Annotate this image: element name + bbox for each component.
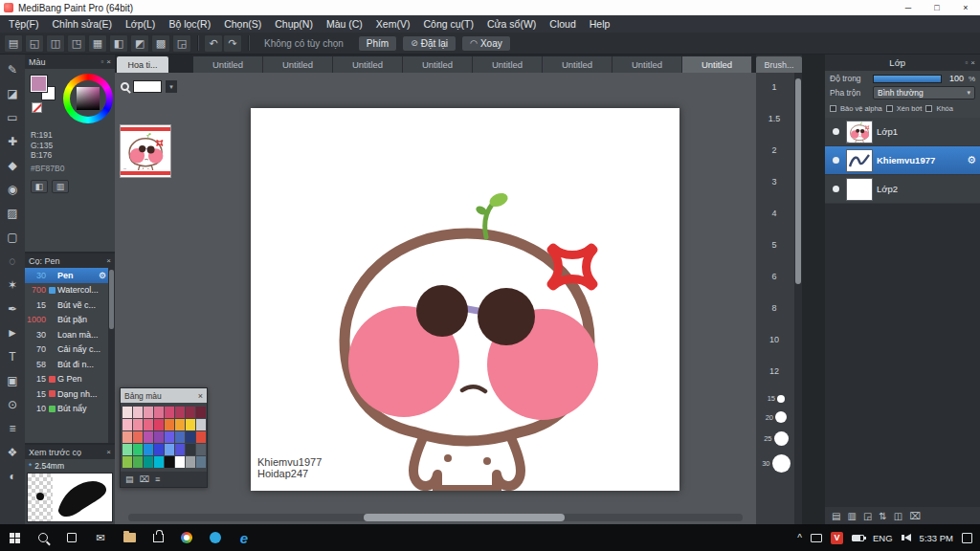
document-tab[interactable]: Untitled (333, 56, 403, 73)
taskbar-search-button[interactable] (29, 524, 57, 551)
eyedropper-tool[interactable]: ⊙ (2, 392, 23, 416)
layer-folder-icon[interactable]: ▥ (847, 511, 856, 521)
document-tab[interactable]: Untitled (403, 56, 473, 73)
close-panel-icon[interactable]: × (106, 57, 111, 66)
rotate-view-button[interactable]: ◠Xoay (461, 35, 511, 52)
opacity-slider[interactable] (873, 75, 942, 83)
keys-button[interactable]: Phím (358, 35, 397, 52)
palette-color[interactable] (196, 456, 206, 468)
palette-color[interactable] (122, 456, 132, 468)
palette-color[interactable] (154, 444, 164, 455)
document-tab[interactable]: Untitled (263, 56, 333, 73)
palette-color[interactable] (154, 456, 164, 468)
palette-color[interactable] (186, 456, 195, 468)
layer-row[interactable]: Khiemvu1977 ⚙ (825, 146, 980, 175)
brush-item[interactable]: 15 Dạng nh... (25, 386, 115, 402)
menu-item[interactable]: Lớp(L) (119, 15, 162, 33)
store-app-button[interactable] (144, 524, 172, 551)
brush-size-option[interactable]: 15 (764, 394, 785, 403)
import-layer-icon[interactable]: ◲ (863, 511, 872, 521)
brush-size-option[interactable]: 30 (759, 454, 791, 473)
material-thumbnail[interactable] (120, 124, 171, 178)
saturation-value-square[interactable] (77, 87, 100, 110)
float-panel-icon[interactable]: ▫ (100, 57, 103, 66)
menu-item[interactable]: Xem(V) (369, 15, 417, 33)
material-icon[interactable]: ▩ (151, 34, 170, 53)
palette-color[interactable] (175, 456, 185, 468)
menu-item[interactable]: Tệp(F) (2, 15, 46, 33)
menu-item[interactable]: Chụp(N) (268, 15, 320, 33)
tab-brush-sizes[interactable]: Brush... (756, 56, 802, 73)
brush-item[interactable]: 58 Bút đi n... (25, 357, 115, 372)
palette-color[interactable] (122, 431, 132, 443)
tab-materials[interactable]: Hoa ti... (117, 56, 168, 73)
float-panel-icon[interactable]: ▫ (965, 58, 968, 67)
hand-tool[interactable]: ◐ (2, 464, 23, 488)
operation-tool[interactable]: ► (2, 320, 23, 344)
volume-icon[interactable] (902, 534, 911, 541)
edge-app-button[interactable]: e (230, 524, 258, 551)
palette-menu-icon[interactable]: ≡ (155, 474, 160, 484)
open-icon[interactable]: ◱ (25, 34, 44, 53)
brush-size-option[interactable]: 20 (762, 411, 787, 423)
brush-item[interactable]: 1000 Bút pặn (25, 313, 115, 328)
brush-item[interactable]: 30 Loan mà... (25, 327, 115, 342)
new-canvas-icon[interactable]: ▤ (4, 34, 23, 53)
transparent-color-swatch[interactable] (32, 102, 42, 113)
close-button[interactable]: × (951, 0, 980, 15)
document-tab[interactable]: Untitled (612, 56, 682, 73)
reset-view-button[interactable]: ⊘Đặt lại (402, 35, 457, 52)
bucket-tool[interactable]: ◉ (2, 177, 23, 201)
material-search-input[interactable] (133, 80, 162, 93)
language-indicator[interactable]: ENG (873, 533, 893, 543)
fill-tool[interactable]: ◆ (2, 153, 23, 177)
delete-layer-icon[interactable]: ⌧ (909, 511, 921, 521)
lasso-tool[interactable]: ◌ (2, 249, 23, 273)
palette-swatch-icon[interactable]: ▥ (52, 180, 69, 193)
palette-color[interactable] (144, 431, 153, 443)
task-view-button[interactable] (57, 524, 86, 551)
palette-color[interactable] (165, 407, 174, 418)
maximize-button[interactable]: □ (923, 0, 951, 15)
redo-icon[interactable]: ↷ (223, 34, 242, 53)
layer-row[interactable]: Lớp2 (825, 175, 980, 204)
close-panel-icon[interactable]: × (106, 256, 111, 265)
palette-color[interactable] (133, 407, 143, 418)
close-panel-icon[interactable]: × (198, 391, 203, 401)
palette-color[interactable] (122, 407, 132, 418)
close-panel-icon[interactable]: × (106, 448, 111, 456)
brush-item[interactable]: 15 Bút vẽ c... (25, 298, 115, 313)
clock[interactable]: 5:33 PM (920, 533, 953, 543)
tray-expand-icon[interactable]: ^ (797, 533, 802, 543)
menu-item[interactable]: Chọn(S) (217, 15, 268, 33)
palette-color[interactable] (165, 456, 174, 468)
action-center-icon[interactable] (962, 533, 972, 543)
color-picker-icon[interactable]: ◧ (31, 180, 48, 193)
canvas-workspace[interactable]: ▾ (115, 73, 756, 524)
chrome-app-button[interactable] (172, 524, 201, 551)
palette-color[interactable] (175, 419, 185, 430)
palette-color[interactable] (133, 444, 143, 455)
layer-row[interactable]: Lớp1 (825, 118, 980, 146)
unikey-icon[interactable]: V (831, 532, 843, 544)
palette-color[interactable] (144, 407, 153, 418)
merge-layer-icon[interactable]: ◫ (894, 511, 902, 521)
document-tab[interactable]: Untitled (473, 56, 543, 73)
delete-color-icon[interactable]: ⌧ (140, 474, 149, 484)
settings-icon[interactable]: ◲ (172, 34, 191, 53)
menu-item[interactable]: Cloud (543, 15, 582, 33)
document-tab[interactable]: Untitled (682, 56, 752, 73)
battery-icon[interactable] (852, 535, 864, 541)
palette-color[interactable] (175, 407, 185, 418)
move-layer-icon[interactable]: ⇅ (879, 511, 886, 521)
panel-tool[interactable]: ≡ (2, 416, 23, 440)
grid-icon[interactable]: ▦ (88, 34, 107, 53)
layer-settings-icon[interactable]: ⚙ (967, 154, 976, 166)
palette-color[interactable] (175, 431, 185, 443)
pen-tool[interactable]: ✒ (2, 297, 23, 320)
layer-visibility-toggle[interactable] (829, 157, 842, 164)
frame-tool[interactable]: ▣ (2, 368, 23, 392)
palette-color[interactable] (144, 419, 153, 430)
clipping-checkbox[interactable] (886, 105, 893, 112)
brush-item[interactable]: 30 Pen ⚙ (25, 268, 115, 283)
